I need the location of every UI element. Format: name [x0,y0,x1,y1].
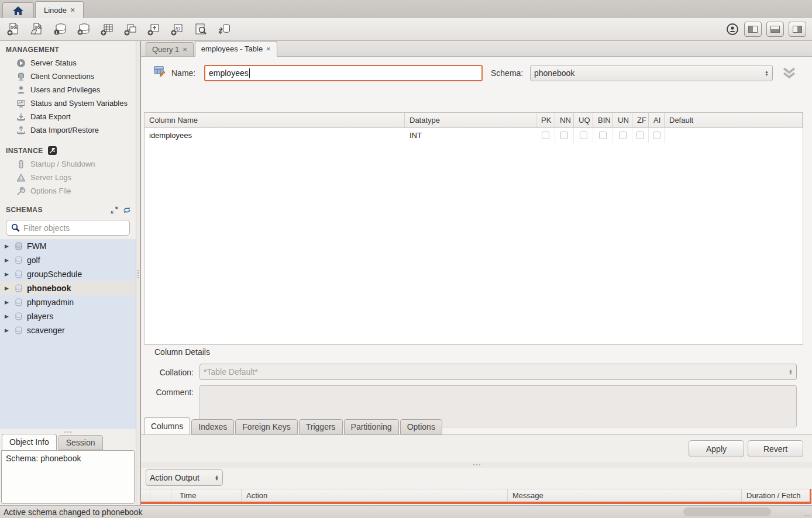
create-table-icon[interactable] [99,22,114,37]
apply-button[interactable]: Apply [689,440,744,457]
col-header-column-name[interactable]: Column Name [144,113,405,127]
inspect-database-icon[interactable]: i [53,22,67,37]
users-privileges-icon [16,85,26,95]
col-header-nn[interactable]: NN [555,113,574,127]
un-checkbox[interactable] [619,132,627,139]
schema-row-players[interactable]: ▶ players [0,309,136,323]
tab-object-info[interactable]: Object Info [2,434,57,450]
expander-icon[interactable]: ▶ [5,257,11,263]
col-header-un[interactable]: UN [613,113,632,127]
admin-account-icon[interactable] [725,22,739,37]
startup-shutdown-icon [16,160,26,169]
expander-icon[interactable]: ▶ [5,327,11,333]
zf-checkbox[interactable] [636,132,644,139]
schema-row-groupschedule[interactable]: ▶ groupSchedule [0,267,136,281]
sidebar-item-system-variables[interactable]: Status and System Variables [0,96,136,110]
schema-row-scavenger[interactable]: ▶ scavenger [0,323,136,337]
output-selector[interactable]: Action Output ▲▼ [146,469,223,486]
sidebar-item-startup-shutdown[interactable]: Startup / Shutdown [0,157,136,171]
ai-checkbox[interactable] [653,132,660,139]
tab-foreign-keys[interactable]: Foreign Keys [235,419,297,434]
tab-options[interactable]: Options [400,419,442,434]
bin-checkbox[interactable] [599,132,607,139]
output-col-message[interactable]: Message [508,489,742,502]
expander-icon[interactable]: ▶ [5,271,11,277]
left-panel-glyph [748,26,758,33]
collation-select[interactable]: *Table Default* ▲▼ [199,364,797,380]
sidebar-item-data-import[interactable]: Data Import/Restore [0,123,136,137]
expander-icon[interactable]: ▶ [5,243,11,249]
tab-indexes[interactable]: Indexes [191,419,234,434]
tab-triggers[interactable]: Triggers [299,419,343,434]
schema-row-phonebook[interactable]: ▶ phonebook [0,281,136,295]
col-header-bin[interactable]: BIN [593,113,613,127]
schema-row-golf[interactable]: ▶ golf [0,253,136,267]
sidebar-item-data-export[interactable]: Data Export [0,110,136,123]
col-header-pk[interactable]: PK [536,113,555,127]
col-header-zf[interactable]: ZF [632,113,649,127]
pk-checkbox[interactable] [542,132,549,139]
toggle-left-panel-button[interactable] [744,22,762,37]
connection-tab[interactable]: Linode × [35,1,84,18]
expand-schemas-icon[interactable] [111,206,118,214]
cell-default[interactable] [665,128,803,143]
table-name-input[interactable]: employees [204,65,483,81]
connection-tab-close-icon[interactable]: × [70,6,75,14]
server-status-icon [16,58,26,68]
cell-datatype[interactable]: INT [405,128,536,143]
col-header-uq[interactable]: UQ [574,113,593,127]
sidebar-splitter[interactable] [136,41,140,505]
refresh-schemas-icon[interactable] [123,206,131,214]
col-header-ai[interactable]: AI [649,113,665,127]
new-query-tab-icon[interactable]: SQL [6,22,20,37]
tab-query-1[interactable]: Query 1 × [146,42,194,56]
toggle-bottom-panel-button[interactable] [766,22,784,37]
options-file-icon [16,187,26,196]
tab-session[interactable]: Session [59,435,103,450]
tab-close-icon[interactable]: × [266,44,271,53]
schema-row-fwm[interactable]: ▶ FWM [0,239,136,253]
name-label: Name: [171,68,195,78]
col-header-default[interactable]: Default [665,113,803,127]
output-col-duration[interactable]: Duration / Fetch [742,489,812,502]
reconnect-database-icon[interactable] [216,22,231,37]
expander-icon[interactable]: ▶ [5,313,11,319]
toggle-right-panel-button[interactable] [789,22,806,37]
output-col-time[interactable]: Time [171,489,242,502]
create-procedure-icon[interactable] [146,22,161,37]
schema-select[interactable]: phonebook ▲▼ [530,65,773,81]
create-schema-icon[interactable] [76,22,91,37]
expander-icon[interactable]: ▶ [5,299,11,305]
horizontal-scrollbar-thumb[interactable] [683,507,771,516]
expander-icon[interactable]: ▶ [5,285,11,291]
tab-employees-table[interactable]: employees - Table × [195,41,277,57]
object-info-splitter[interactable] [0,429,136,434]
tab-columns[interactable]: Columns [144,417,190,434]
revert-button[interactable]: Revert [748,440,803,457]
home-tab[interactable] [2,2,34,18]
nn-checkbox[interactable] [560,132,568,139]
create-view-icon[interactable] [123,22,137,37]
cell-column-name[interactable]: idemployees [144,128,405,143]
schema-filter-input[interactable]: Filter objects [6,220,130,236]
collapse-header-chevron-icon[interactable] [782,67,797,80]
sidebar-item-server-status[interactable]: Server Status [0,56,136,70]
create-function-icon[interactable]: f() [170,22,184,37]
table-row-idemployees[interactable]: idemployees INT [144,128,803,143]
sidebar-item-options-file[interactable]: Options File [0,184,136,198]
data-export-icon [16,112,26,122]
resize-grip[interactable] [804,515,810,516]
cell-ai [649,128,665,143]
sidebar-item-users-privileges[interactable]: Users and Privileges [0,83,136,96]
search-objects-icon[interactable] [193,22,208,37]
output-splitter[interactable] [141,462,812,468]
schema-row-phpmyadmin[interactable]: ▶ phpmyadmin [0,295,136,309]
uq-checkbox[interactable] [580,132,587,139]
sidebar-item-server-logs[interactable]: Server Logs [0,171,136,184]
output-col-action[interactable]: Action [242,489,508,502]
open-sql-script-icon[interactable]: SQL [29,22,44,37]
col-header-datatype[interactable]: Datatype [405,113,536,127]
tab-partitioning[interactable]: Partitioning [344,419,399,434]
sidebar-item-client-connections[interactable]: Client Connections [0,70,136,83]
tab-close-icon[interactable]: × [183,45,187,54]
